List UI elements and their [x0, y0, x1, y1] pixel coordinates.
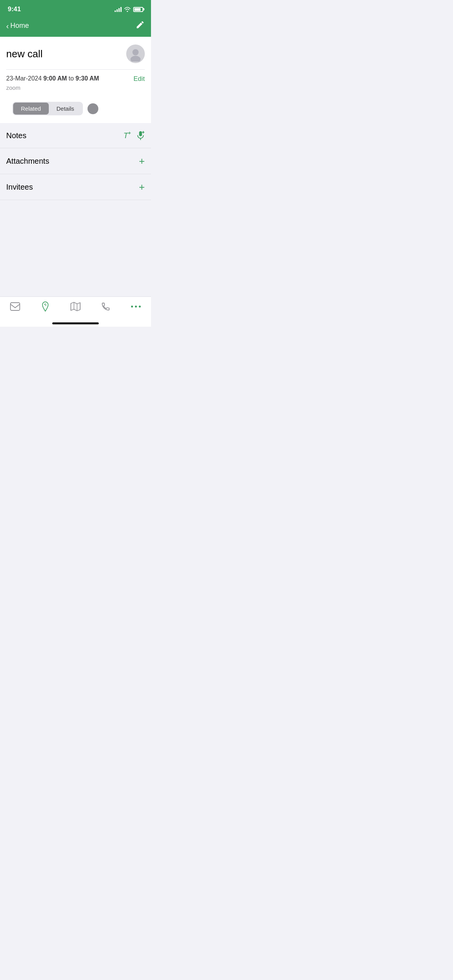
phone-icon: [101, 302, 110, 311]
call-details-row: 23-Mar-2024 9:00 AM to 9:30 AM Edit zoom: [6, 70, 145, 99]
more-icon: [130, 305, 141, 308]
svg-point-1: [130, 56, 141, 62]
tab-related[interactable]: Related: [13, 103, 49, 115]
call-location: zoom: [6, 84, 145, 97]
call-title: new call: [6, 48, 43, 60]
back-chevron-icon: ‹: [6, 22, 9, 30]
status-bar: 9:41: [0, 0, 151, 17]
svg-rect-6: [10, 303, 20, 310]
invitees-add-icon[interactable]: +: [139, 182, 145, 192]
svg-rect-2: [139, 131, 142, 136]
svg-point-12: [139, 306, 141, 308]
back-button[interactable]: ‹ Home: [6, 22, 29, 30]
wifi-icon: [124, 7, 131, 12]
date-time-row: 23-Mar-2024 9:00 AM to 9:30 AM Edit: [6, 75, 145, 83]
notes-label: Notes: [6, 131, 26, 140]
sections-area: Notes T+ Attachments + Invitees: [0, 123, 151, 296]
nav-bar: ‹ Home: [0, 17, 151, 37]
tab-bar-phone[interactable]: [97, 302, 114, 311]
notes-text-add-icon[interactable]: T+: [124, 132, 131, 139]
avatar: [126, 45, 145, 63]
status-icons: [115, 7, 143, 12]
notes-section-row: Notes T+: [0, 123, 151, 148]
attachments-label: Attachments: [6, 157, 49, 166]
invitees-section-row: Invitees +: [0, 174, 151, 200]
edit-button[interactable]: Edit: [134, 75, 145, 83]
invitees-label: Invitees: [6, 183, 33, 192]
content-header: new call 23-Mar-2024 9:00 AM to 9:30 AM …: [0, 37, 151, 123]
home-bar: [52, 322, 99, 324]
home-indicator: [0, 319, 151, 327]
svg-point-11: [135, 306, 137, 308]
tab-bar-map[interactable]: [67, 302, 84, 311]
invitees-actions: +: [139, 182, 145, 192]
mail-icon: [10, 302, 20, 311]
svg-point-0: [132, 49, 139, 55]
tab-bar-checkin[interactable]: [37, 302, 54, 312]
status-time: 9:41: [8, 5, 21, 13]
back-label: Home: [10, 22, 29, 30]
attachments-add-icon[interactable]: +: [139, 156, 145, 166]
edit-icon-button[interactable]: [136, 20, 145, 31]
tab-details[interactable]: Details: [49, 103, 82, 115]
svg-point-10: [131, 306, 133, 308]
tab-bar: [0, 296, 151, 319]
attachments-section-row: Attachments +: [0, 148, 151, 174]
tab-segment-container: Related Details: [6, 99, 145, 123]
tab-segment: Related Details: [12, 102, 83, 115]
battery-icon: [133, 7, 143, 12]
tab-bar-more[interactable]: [127, 305, 144, 308]
scroll-indicator: [88, 103, 98, 114]
map-icon: [70, 302, 81, 311]
notes-mic-add-icon[interactable]: [136, 131, 145, 140]
attachments-actions: +: [139, 156, 145, 166]
call-title-row: new call: [6, 45, 145, 69]
tab-bar-mail[interactable]: [7, 302, 24, 311]
notes-actions: T+: [124, 131, 145, 140]
signal-icon: [115, 7, 122, 12]
call-date-text: 23-Mar-2024 9:00 AM to 9:30 AM: [6, 75, 99, 82]
checkin-icon: [41, 302, 50, 312]
